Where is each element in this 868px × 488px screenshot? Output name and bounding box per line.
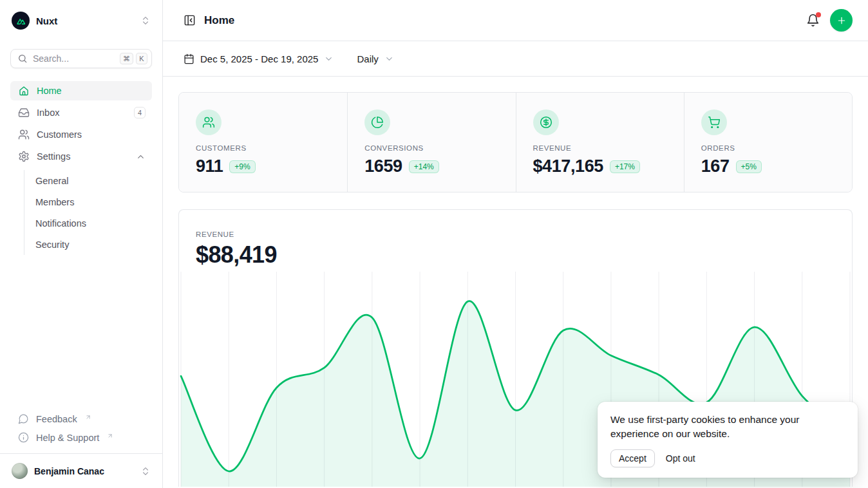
sidebar-item-home[interactable]: Home — [10, 81, 152, 100]
revenue-chart-value: $88,419 — [196, 241, 835, 268]
stat-label: CONVERSIONS — [364, 144, 498, 152]
sidebar-user-section: Benjamin Canac — [0, 453, 162, 488]
nuxt-logo-icon — [12, 12, 30, 30]
stat-value-row: $417,165+17% — [533, 156, 667, 176]
header-actions — [806, 9, 853, 32]
date-range-picker[interactable]: Dec 5, 2025 - Dec 19, 2025 — [184, 53, 334, 64]
sidebar-link-feedback[interactable]: Feedback — [10, 409, 152, 428]
stat-value: 911 — [196, 156, 223, 176]
arrow-up-right-icon — [107, 433, 113, 439]
stat-label: REVENUE — [533, 144, 667, 152]
info-icon — [18, 432, 29, 443]
stat-value-row: 911+9% — [196, 156, 330, 176]
sidebar-item-customers[interactable]: Customers — [10, 125, 152, 144]
period-select[interactable]: Daily — [357, 53, 393, 64]
cookie-message: We use first-party cookies to enhance yo… — [610, 413, 836, 441]
notification-dot — [816, 12, 821, 17]
stat-label: ORDERS — [701, 144, 835, 152]
users-icon — [18, 129, 30, 140]
sidebar-subitem-notifications[interactable]: Notifications — [24, 212, 152, 234]
stats-grid: CUSTOMERS911+9%CONVERSIONS1659+14%REVENU… — [178, 92, 853, 192]
cookie-banner: We use first-party cookies to enhance yo… — [598, 402, 858, 478]
stat-card-conversions[interactable]: CONVERSIONS1659+14% — [347, 93, 515, 192]
sidebar-item-label: Inbox — [37, 108, 59, 118]
user-name: Benjamin Canac — [34, 466, 104, 476]
sidebar-subitem-security[interactable]: Security — [24, 234, 152, 255]
stat-card-customers[interactable]: CUSTOMERS911+9% — [179, 93, 347, 192]
sidebar-nav: HomeInbox4CustomersSettingsGeneralMember… — [10, 81, 152, 256]
plus-icon — [836, 15, 847, 26]
stat-delta-badge: +9% — [229, 160, 255, 173]
calendar-icon — [184, 53, 194, 64]
avatar — [12, 463, 28, 479]
stat-label: CUSTOMERS — [196, 144, 330, 152]
panel-left-close-icon — [184, 14, 196, 26]
cookie-actions: Accept Opt out — [610, 449, 845, 467]
search-shortcut: ⌘ K — [120, 53, 147, 64]
page-title: Home — [204, 14, 234, 27]
link-label: Feedback — [36, 414, 77, 424]
stat-card-revenue[interactable]: REVENUE$417,165+17% — [516, 93, 684, 192]
add-button[interactable] — [830, 9, 853, 32]
settings-icon — [18, 151, 30, 162]
stat-delta-badge: +17% — [610, 160, 640, 173]
kbd-k: K — [136, 53, 147, 64]
stat-value: 167 — [701, 156, 730, 176]
stat-delta-badge: +5% — [736, 160, 762, 173]
chevrons-up-down-icon — [140, 466, 151, 476]
search-input[interactable]: Search... ⌘ K — [10, 49, 152, 68]
sidebar-item-label: Home — [37, 86, 62, 96]
stat-value-row: 167+5% — [701, 156, 835, 176]
sidebar-item-inbox[interactable]: Inbox4 — [10, 103, 152, 122]
chevron-down-icon — [384, 54, 394, 64]
inbox-icon — [18, 107, 30, 118]
page-header: Home — [163, 0, 868, 41]
user-menu[interactable]: Benjamin Canac — [10, 462, 152, 480]
inbox-count-badge: 4 — [134, 107, 146, 118]
kbd-cmd: ⌘ — [120, 53, 133, 64]
users-icon — [196, 109, 222, 135]
arrow-up-right-icon — [85, 414, 91, 420]
filters-toolbar: Dec 5, 2025 - Dec 19, 2025 Daily — [163, 41, 868, 77]
chevrons-up-down-icon — [140, 15, 151, 26]
search-icon — [17, 53, 28, 64]
pie-chart-icon — [364, 109, 390, 135]
sidebar-subitem-general[interactable]: General — [24, 170, 152, 191]
stat-delta-badge: +14% — [409, 160, 439, 173]
sidebar: Nuxt Search... ⌘ K HomeInbox4CustomersSe… — [0, 0, 163, 488]
chevron-up-icon — [136, 152, 146, 162]
stat-value-row: 1659+14% — [364, 156, 498, 176]
sidebar-footer-links: FeedbackHelp & Support — [0, 409, 162, 453]
revenue-card-header: REVENUE $88,419 — [179, 210, 852, 272]
workspace-name: Nuxt — [36, 15, 57, 26]
notifications-button[interactable] — [806, 14, 820, 27]
stat-value: 1659 — [364, 156, 402, 176]
message-circle-icon — [18, 413, 29, 424]
sidebar-top: Nuxt Search... ⌘ K HomeInbox4CustomersSe… — [0, 0, 162, 256]
sidebar-item-settings[interactable]: Settings — [10, 147, 152, 166]
link-label: Help & Support — [36, 433, 99, 443]
accept-cookies-button[interactable]: Accept — [610, 449, 655, 467]
opt-out-button[interactable]: Opt out — [666, 453, 695, 464]
app-root: Nuxt Search... ⌘ K HomeInbox4CustomersSe… — [0, 0, 868, 488]
collapse-sidebar-button[interactable] — [184, 14, 196, 26]
shopping-cart-icon — [701, 109, 727, 135]
sidebar-item-label: Settings — [37, 151, 70, 162]
revenue-chart-label: REVENUE — [196, 230, 835, 238]
home-icon — [18, 85, 30, 97]
date-range-value: Dec 5, 2025 - Dec 19, 2025 — [200, 53, 318, 64]
sidebar-link-help-support[interactable]: Help & Support — [10, 428, 152, 447]
search-placeholder: Search... — [33, 53, 115, 64]
stat-value: $417,165 — [533, 156, 603, 176]
sidebar-item-label: Customers — [37, 129, 82, 140]
workspace-switcher[interactable]: Nuxt — [10, 10, 152, 31]
sidebar-subnav-settings: GeneralMembersNotificationsSecurity — [24, 170, 152, 255]
sidebar-subitem-members[interactable]: Members — [24, 191, 152, 212]
stat-card-orders[interactable]: ORDERS167+5% — [684, 93, 852, 192]
chevron-down-icon — [324, 54, 334, 64]
period-value: Daily — [357, 53, 378, 64]
circle-dollar-sign-icon — [533, 109, 559, 135]
